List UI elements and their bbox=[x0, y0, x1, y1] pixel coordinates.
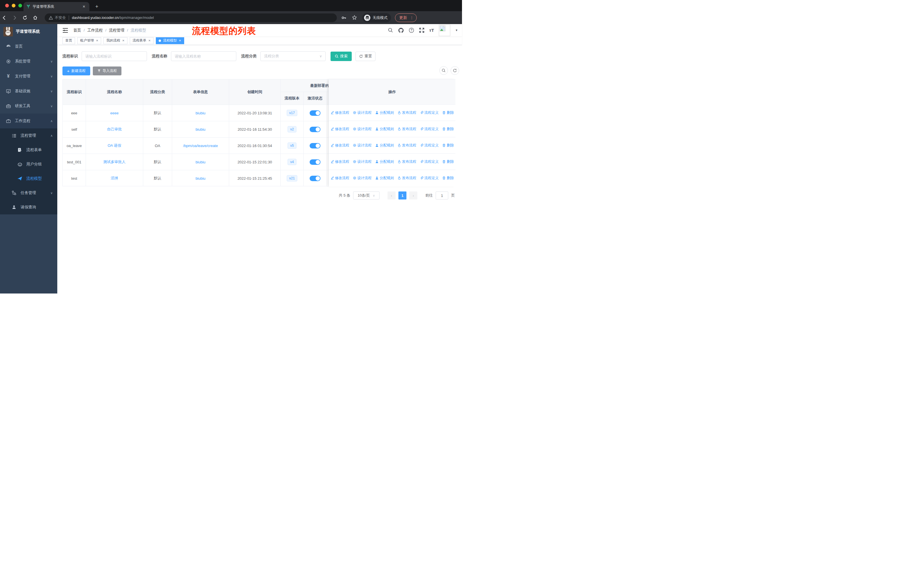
process-name-link[interactable]: 滔博 bbox=[111, 176, 118, 181]
avatar[interactable] bbox=[439, 25, 450, 36]
refresh-button[interactable] bbox=[450, 66, 459, 75]
sidebar-item-devtools[interactable]: 研发工具 ∨ bbox=[0, 99, 57, 114]
bookmark-star-icon[interactable] bbox=[352, 15, 357, 20]
close-icon[interactable]: ✕ bbox=[96, 39, 98, 42]
action-link-3[interactable]: 分配规则 bbox=[375, 143, 394, 148]
action-link-3[interactable]: 分配规则 bbox=[375, 110, 394, 115]
sidebar-item-infra[interactable]: 基础设施 ∨ bbox=[0, 84, 57, 99]
sidebar-item-task-mgmt[interactable]: 任务管理 ∨ bbox=[0, 186, 57, 200]
process-name-link[interactable]: 测试多审批人 bbox=[103, 159, 126, 165]
home-button[interactable] bbox=[33, 15, 41, 20]
action-link-5[interactable]: 流程定义 bbox=[420, 143, 439, 148]
tag-my-process[interactable]: 我的流程✕ bbox=[103, 37, 127, 44]
active-toggle[interactable] bbox=[310, 110, 320, 116]
search-icon[interactable] bbox=[388, 28, 393, 33]
next-page-button[interactable]: › bbox=[409, 192, 417, 200]
sidebar-item-home[interactable]: 首页 bbox=[0, 39, 57, 54]
breadcrumb-home[interactable]: 首页 bbox=[73, 28, 81, 33]
search-button[interactable]: 搜索 bbox=[330, 51, 352, 61]
page-size-select[interactable]: 10条/页∨ bbox=[353, 192, 380, 200]
address-bar[interactable]: 不安全 dashboard.yudao.iocoder.cn/bpm/manag… bbox=[45, 13, 337, 22]
import-process-button[interactable]: 导入流程 bbox=[93, 66, 121, 75]
close-window-button[interactable] bbox=[5, 4, 9, 7]
minimize-window-button[interactable] bbox=[12, 4, 15, 7]
active-toggle[interactable] bbox=[310, 127, 320, 132]
active-toggle[interactable] bbox=[310, 176, 320, 181]
action-link-6[interactable]: 删除 bbox=[442, 159, 454, 164]
form-info-link[interactable]: biubiu bbox=[196, 160, 206, 164]
sidebar-item-process-model[interactable]: 流程模型 bbox=[0, 171, 57, 186]
form-info-link[interactable]: biubiu bbox=[196, 176, 206, 180]
action-link-1[interactable]: 修改流程 bbox=[330, 159, 350, 164]
category-select[interactable]: 流程分类∨ bbox=[261, 51, 326, 61]
form-info-link[interactable]: biubiu bbox=[196, 127, 206, 132]
chevron-down-icon[interactable]: ▼ bbox=[455, 29, 458, 32]
action-link-6[interactable]: 删除 bbox=[442, 143, 454, 148]
create-process-button[interactable]: +新建流程 bbox=[63, 66, 90, 75]
sidebar-item-system[interactable]: 系统管理 ∨ bbox=[0, 54, 57, 69]
tag-home[interactable]: 首页 bbox=[63, 37, 75, 44]
reload-button[interactable] bbox=[22, 15, 31, 20]
action-link-3[interactable]: 分配规则 bbox=[375, 159, 394, 164]
action-link-3[interactable]: 分配规则 bbox=[375, 176, 394, 180]
security-warning[interactable]: 不安全 bbox=[49, 15, 66, 20]
action-link-4[interactable]: 发布流程 bbox=[398, 110, 416, 115]
back-button[interactable] bbox=[2, 15, 10, 20]
browser-tab[interactable]: 芋道管理系统 ✕ bbox=[23, 2, 89, 11]
forward-button[interactable] bbox=[12, 15, 21, 20]
action-link-4[interactable]: 发布流程 bbox=[398, 143, 416, 148]
active-toggle[interactable] bbox=[310, 159, 320, 165]
sidebar-item-payment[interactable]: ¥ 支付管理 ∨ bbox=[0, 69, 57, 84]
help-icon[interactable] bbox=[409, 28, 414, 33]
new-tab-button[interactable]: + bbox=[93, 3, 100, 10]
action-link-2[interactable]: 设计流程 bbox=[353, 176, 372, 180]
action-link-5[interactable]: 流程定义 bbox=[420, 159, 439, 164]
sidebar-collapse-icon[interactable] bbox=[63, 28, 68, 33]
form-info-link[interactable]: /bpm/oa/leave/create bbox=[183, 144, 218, 148]
tab-close-icon[interactable]: ✕ bbox=[81, 5, 86, 8]
reset-button[interactable]: 重置 bbox=[355, 51, 376, 61]
update-chrome-button[interactable]: 更新 ⋮ bbox=[395, 13, 417, 22]
breadcrumb-process-mgmt[interactable]: 流程管理 bbox=[109, 28, 125, 33]
action-link-4[interactable]: 发布流程 bbox=[398, 176, 416, 180]
sidebar-item-process-form[interactable]: 流程表单 bbox=[0, 143, 57, 157]
action-link-6[interactable]: 删除 bbox=[442, 127, 454, 132]
process-name-link[interactable]: eeee bbox=[110, 111, 119, 115]
window-controls[interactable] bbox=[5, 4, 22, 7]
goto-page-input[interactable] bbox=[436, 192, 448, 200]
tag-process-form[interactable]: 流程表单✕ bbox=[130, 37, 153, 44]
action-link-2[interactable]: 设计流程 bbox=[353, 143, 372, 148]
toggle-search-button[interactable] bbox=[439, 66, 448, 75]
breadcrumb-workflow[interactable]: 工作流程 bbox=[87, 28, 103, 33]
sidebar-item-user-group[interactable]: 用户分组 bbox=[0, 157, 57, 171]
action-link-5[interactable]: 流程定义 bbox=[420, 127, 439, 132]
process-name-input[interactable] bbox=[175, 54, 233, 58]
zoom-window-button[interactable] bbox=[18, 4, 22, 7]
current-page[interactable]: 1 bbox=[398, 192, 406, 200]
tag-process-model[interactable]: 流程模型✕ bbox=[156, 37, 184, 44]
font-size-icon[interactable]: ᴛT bbox=[429, 28, 434, 33]
action-link-5[interactable]: 流程定义 bbox=[420, 176, 439, 180]
form-info-link[interactable]: biubiu bbox=[196, 111, 206, 115]
github-icon[interactable] bbox=[398, 28, 404, 33]
process-name-link[interactable]: OA 请假 bbox=[108, 143, 121, 148]
password-key-icon[interactable] bbox=[341, 15, 346, 21]
close-icon[interactable]: ✕ bbox=[122, 39, 124, 42]
sidebar-item-leave-query[interactable]: 请假查询 bbox=[0, 200, 57, 214]
action-link-1[interactable]: 修改流程 bbox=[330, 176, 350, 180]
action-link-1[interactable]: 修改流程 bbox=[330, 110, 350, 115]
action-link-2[interactable]: 设计流程 bbox=[353, 159, 372, 164]
sidebar-item-process-mgmt[interactable]: 流程管理 ∧ bbox=[0, 128, 57, 143]
action-link-6[interactable]: 删除 bbox=[442, 110, 454, 115]
browser-menu-icon[interactable]: ⋮ bbox=[410, 15, 414, 20]
action-link-3[interactable]: 分配规则 bbox=[375, 127, 394, 132]
action-link-6[interactable]: 删除 bbox=[442, 176, 454, 180]
action-link-2[interactable]: 设计流程 bbox=[353, 110, 372, 115]
action-link-4[interactable]: 发布流程 bbox=[398, 127, 416, 132]
close-icon[interactable]: ✕ bbox=[179, 39, 181, 42]
action-link-1[interactable]: 修改流程 bbox=[330, 143, 350, 148]
process-key-input[interactable] bbox=[85, 54, 143, 58]
process-name-link[interactable]: 自己审批 bbox=[107, 127, 122, 132]
active-toggle[interactable] bbox=[310, 143, 320, 149]
close-icon[interactable]: ✕ bbox=[148, 39, 151, 42]
